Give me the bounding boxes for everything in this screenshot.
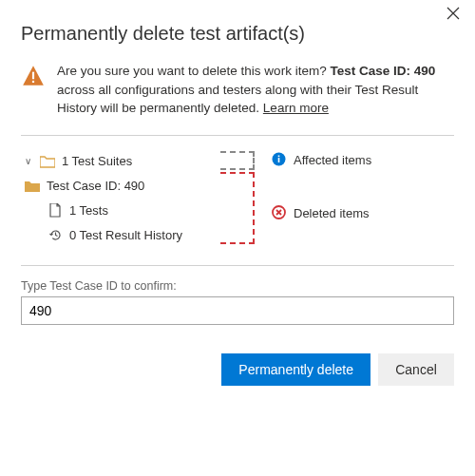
tree-history-row[interactable]: 0 Test Result History (21, 223, 211, 248)
cancel-button[interactable]: Cancel (378, 353, 454, 386)
folder-icon (40, 155, 55, 168)
dialog-actions: Permanently delete Cancel (21, 353, 454, 386)
dialog-title: Permanently delete test artifact(s) (21, 23, 454, 45)
warning-message: Are you sure you want to delete this wor… (21, 62, 454, 118)
close-icon (446, 5, 460, 24)
history-icon (48, 228, 63, 242)
learn-more-link[interactable]: Learn more (263, 101, 329, 115)
folder-solid-icon (25, 180, 40, 193)
bracket-indicators (220, 149, 262, 248)
error-icon (272, 205, 286, 222)
warning-suffix: across all configurations and testers al… (57, 83, 418, 116)
warning-bold: Test Case ID: 490 (330, 64, 435, 78)
tree-tests-row[interactable]: 1 Tests (21, 199, 211, 223)
warning-prefix: Are you sure you want to delete this wor… (57, 64, 330, 78)
tree-history-label: 0 Test Result History (69, 228, 182, 242)
legend-affected-label: Affected items (294, 153, 371, 167)
tree-and-legend: ∨ 1 Test Suites Test Case ID: 490 1 Test… (21, 149, 454, 248)
document-icon (48, 203, 63, 218)
legend-deleted-label: Deleted items (294, 206, 369, 220)
warning-text: Are you sure you want to delete this wor… (57, 62, 454, 118)
affected-bracket (220, 151, 255, 170)
svg-rect-1 (32, 81, 34, 83)
svg-rect-3 (278, 158, 280, 162)
tree-case-row[interactable]: Test Case ID: 490 (21, 174, 211, 199)
permanently-delete-button[interactable]: Permanently delete (221, 353, 370, 386)
delete-confirmation-dialog: Permanently delete test artifact(s) Are … (0, 0, 475, 407)
chevron-down-icon: ∨ (25, 156, 31, 166)
warning-icon (21, 64, 46, 92)
tree-suites-row[interactable]: ∨ 1 Test Suites (21, 149, 211, 174)
tree-suites-label: 1 Test Suites (62, 154, 132, 168)
artifact-tree: ∨ 1 Test Suites Test Case ID: 490 1 Test… (21, 149, 211, 248)
legend: Affected items Deleted items (272, 149, 454, 248)
info-icon (272, 152, 286, 169)
close-button[interactable] (441, 2, 466, 27)
tree-case-label: Test Case ID: 490 (47, 179, 144, 193)
separator (21, 265, 454, 266)
confirm-input[interactable] (21, 296, 454, 325)
separator (21, 135, 454, 136)
confirm-input-label: Type Test Case ID to confirm: (21, 279, 454, 293)
tree-tests-label: 1 Tests (69, 203, 108, 218)
svg-rect-4 (278, 155, 280, 157)
legend-affected: Affected items (272, 149, 454, 172)
deleted-bracket (220, 172, 255, 244)
svg-rect-0 (32, 72, 34, 80)
legend-deleted: Deleted items (272, 202, 454, 225)
